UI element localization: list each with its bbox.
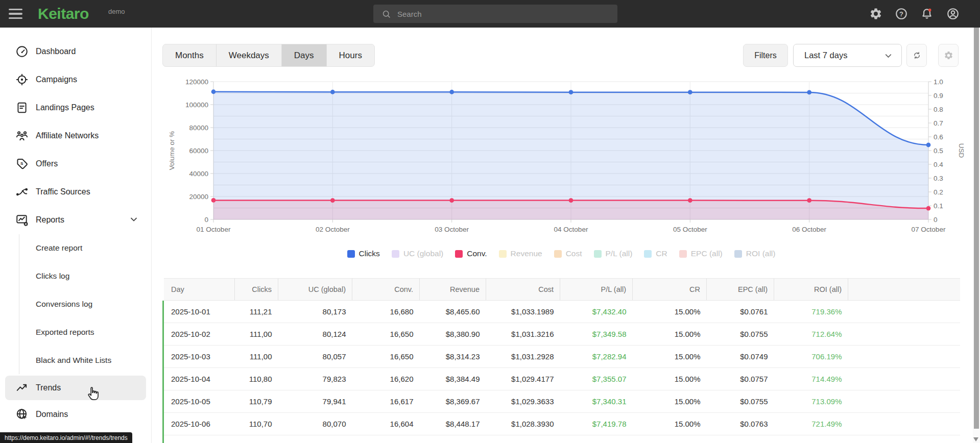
- column-header-roi-all-[interactable]: ROI (all): [774, 279, 848, 301]
- chart-settings-button[interactable]: [938, 44, 959, 67]
- column-header-revenue[interactable]: Revenue: [420, 279, 486, 301]
- sidebar-item-dashboard[interactable]: Dashboard: [0, 37, 151, 65]
- legend-swatch: [499, 250, 507, 258]
- page-scrollbar: [973, 28, 980, 443]
- cell-revenue: $8,384.49: [420, 368, 486, 390]
- cell-conv-: 16,604: [352, 413, 420, 435]
- sidebar-subitem-black-and-white-lists[interactable]: Black and White Lists: [0, 346, 151, 374]
- cell-roi-all-: 719.36%: [774, 301, 848, 323]
- cell-cr: 15.00%: [633, 368, 707, 390]
- cell-clicks: 111,21: [235, 301, 278, 323]
- cell-epc-all-: $0.0749: [707, 346, 774, 368]
- legend-item-cr[interactable]: CR: [644, 249, 667, 258]
- column-header-epc-all-[interactable]: EPC (all): [707, 279, 774, 301]
- mouse-cursor-hand: [86, 385, 102, 404]
- table-row: 2025-10-03111,0080,05716,650$8,314.23$1,…: [163, 346, 961, 368]
- env-badge: demo: [108, 8, 125, 15]
- sidebar-subitem-exported-reports[interactable]: Exported reports: [0, 318, 151, 346]
- column-header-conv-[interactable]: Conv.: [352, 279, 420, 301]
- traffic-icon: [15, 185, 29, 199]
- cell-filler: [848, 435, 961, 443]
- svg-text:07 October: 07 October: [912, 226, 946, 233]
- cell-clicks: 111,00: [235, 346, 278, 368]
- svg-text:0.5: 0.5: [934, 147, 943, 155]
- svg-text:01 October: 01 October: [197, 226, 231, 233]
- legend-item-uc-global-[interactable]: UC (global): [392, 249, 443, 258]
- cell-clicks: 110,79: [235, 390, 278, 413]
- cell-p-l-all-: $7,349.58: [560, 323, 633, 346]
- filters-button[interactable]: Filters: [743, 44, 788, 67]
- tab-months[interactable]: Months: [163, 44, 217, 66]
- svg-text:S: S: [20, 161, 23, 165]
- column-header-p-l-all-[interactable]: P/L (all): [560, 279, 633, 301]
- chevron-down-icon: [129, 214, 139, 225]
- cell-p-l-all-: $7,432.40: [560, 301, 633, 323]
- tab-days[interactable]: Days: [282, 44, 327, 66]
- legend-item-conv-[interactable]: Conv.: [455, 249, 487, 258]
- legend-item-cost[interactable]: Cost: [554, 249, 582, 258]
- sidebar-subitem-create-report[interactable]: Create report: [0, 234, 151, 262]
- landings-icon: [15, 101, 29, 114]
- cell-epc-all-: $0.0755: [707, 390, 774, 413]
- cell-conv-: 16,650: [352, 346, 420, 368]
- table-row: 2025-10-0764,9046,8639,736$4,940.90$601.…: [163, 435, 961, 443]
- date-range-select[interactable]: Last 7 days: [793, 44, 902, 67]
- cell-filler: [848, 368, 961, 390]
- legend-swatch: [644, 250, 652, 258]
- column-header-cr[interactable]: CR: [633, 279, 707, 301]
- help-icon[interactable]: ?: [895, 7, 908, 20]
- tab-weekdays[interactable]: Weekdays: [217, 44, 282, 66]
- svg-text:0.9: 0.9: [934, 92, 943, 100]
- svg-text:0.3: 0.3: [934, 175, 943, 182]
- sidebar-subitem-clicks-log[interactable]: Clicks log: [0, 262, 151, 290]
- cell-day: 2025-10-04: [163, 368, 235, 390]
- legend-item-epc-all-[interactable]: EPC (all): [679, 249, 723, 258]
- cell-p-l-all-: $7,355.07: [560, 368, 633, 390]
- legend-item-roi-all-[interactable]: ROI (all): [734, 249, 776, 258]
- legend-item-revenue[interactable]: Revenue: [499, 249, 542, 258]
- legend-item-clicks[interactable]: Clicks: [347, 249, 380, 258]
- cell-day: 2025-10-07: [163, 435, 235, 443]
- account-icon[interactable]: [946, 7, 960, 20]
- svg-text:0.2: 0.2: [934, 188, 943, 196]
- svg-text:0.1: 0.1: [934, 202, 943, 210]
- sidebar-item-landings-pages[interactable]: Landings Pages: [0, 93, 151, 121]
- trends-line-chart: 02000040000600008000010000012000000.10.2…: [166, 77, 970, 239]
- cell-p-l-all-: $7,340.31: [560, 390, 633, 413]
- menu-icon[interactable]: [9, 7, 26, 21]
- sidebar-item-offers[interactable]: SOffers: [0, 150, 151, 178]
- sidebar-item-reports[interactable]: Reports: [0, 206, 151, 234]
- column-header-uc-global-[interactable]: UC (global): [278, 279, 352, 301]
- legend-item-p-l-all-[interactable]: P/L (all): [594, 249, 633, 258]
- sidebar-item-campaigns[interactable]: Campaigns: [0, 65, 151, 93]
- cell-filler: [848, 413, 961, 435]
- svg-text:20000: 20000: [189, 193, 208, 201]
- sidebar-item-trends[interactable]: Trends: [5, 376, 146, 400]
- settings-gear-icon[interactable]: [869, 7, 882, 20]
- svg-text:06 October: 06 October: [792, 226, 826, 233]
- scrollbar-down-arrow[interactable]: [973, 437, 978, 441]
- scrollbar-thumb[interactable]: [974, 28, 979, 429]
- tab-hours[interactable]: Hours: [327, 44, 374, 66]
- cell-clicks: 64,90: [235, 435, 278, 443]
- cell-day: 2025-10-06: [163, 413, 235, 435]
- sidebar-item-affiliate-networks[interactable]: Affiliate Networks: [0, 121, 151, 150]
- column-header-clicks[interactable]: Clicks: [235, 279, 278, 301]
- sidebar-item-domains[interactable]: Domains: [0, 400, 151, 428]
- cell-cr: 15.00%: [633, 413, 707, 435]
- column-header-cost[interactable]: Cost: [486, 279, 560, 301]
- svg-text:100000: 100000: [185, 101, 208, 109]
- search-input[interactable]: Search: [373, 5, 617, 23]
- cell-day: 2025-10-01: [163, 301, 235, 323]
- cell-clicks: 110,80: [235, 368, 278, 390]
- cell-cost: $1,029.3633: [486, 390, 560, 413]
- cell-roi-all-: 714.49%: [774, 368, 848, 390]
- refresh-button[interactable]: [906, 44, 927, 67]
- notifications-bell-icon[interactable]: [920, 7, 934, 20]
- offers-icon: S: [15, 157, 29, 170]
- sidebar-item-traffic-sources[interactable]: Traffic Sources: [0, 178, 151, 206]
- column-header-day[interactable]: Day: [163, 279, 235, 301]
- table-row: 2025-10-05110,7979,94116,617$8,369.67$1,…: [163, 390, 961, 413]
- sidebar-subitem-conversions-log[interactable]: Conversions log: [0, 290, 151, 318]
- svg-text:60000: 60000: [189, 147, 208, 155]
